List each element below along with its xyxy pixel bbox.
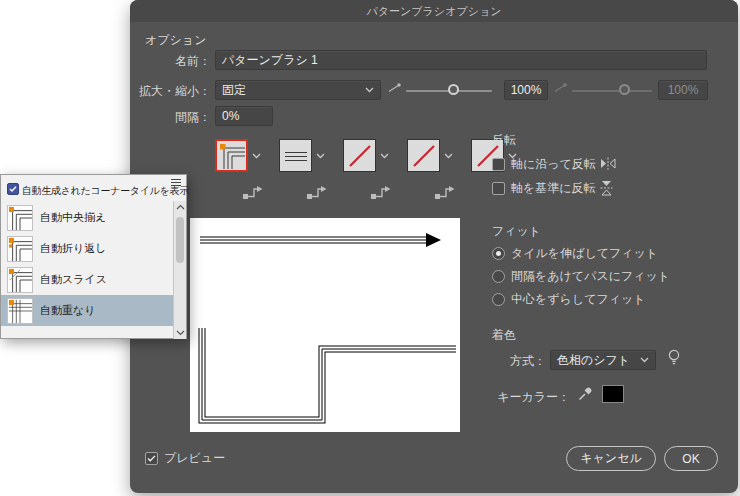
- spacing-input[interactable]: 0%: [215, 106, 273, 126]
- auto-between-tile-icon: [7, 236, 33, 262]
- pattern-brush-options-dialog: パターンブラシオプション オプション 名前： パターンブラシ 1 拡大・縮小： …: [130, 0, 738, 493]
- flip-across-checkbox[interactable]: [492, 182, 505, 195]
- scale-value-field[interactable]: 100%: [504, 80, 548, 100]
- start-tile-button[interactable]: [407, 139, 440, 172]
- scale-slider-secondary-track: [572, 90, 652, 92]
- dialog-title: パターンブラシオプション: [367, 4, 502, 19]
- fit-add-spacing-label: 間隔をあけてパスにフィット: [511, 270, 670, 283]
- scale-slider-handle[interactable]: [448, 84, 459, 95]
- menu-item-label: 自動中央揃え: [40, 210, 106, 225]
- brush-preview-drawing: [190, 218, 460, 432]
- ok-button[interactable]: OK: [664, 446, 718, 471]
- check-icon: [9, 186, 17, 192]
- method-select[interactable]: 色相のシフト: [550, 350, 656, 370]
- corner-tile-icon: [219, 143, 245, 169]
- cancel-button[interactable]: キャンセル: [566, 446, 656, 471]
- menu-item-auto-overlap[interactable]: 自動重なり: [1, 295, 174, 326]
- fit-add-spacing-radio[interactable]: [492, 270, 505, 283]
- method-label: 方式：: [470, 354, 546, 368]
- check-icon: [147, 455, 156, 462]
- outer-corner-tile-button[interactable]: [215, 139, 248, 172]
- side-tile-chevron-icon[interactable]: [316, 153, 325, 159]
- scale-value-secondary: 100%: [668, 83, 699, 97]
- preview-label: プレビュー: [164, 452, 225, 465]
- fit-section-label: フィット: [492, 224, 541, 238]
- inner-corner-tile-button[interactable]: [343, 139, 376, 172]
- menu-item-label: 自動重なり: [40, 303, 96, 318]
- preview-checkbox[interactable]: [145, 452, 158, 465]
- inner-corner-tile-chevron-icon[interactable]: [380, 153, 389, 159]
- colorize-tips-bulb-icon[interactable]: [668, 349, 680, 366]
- options-section-label: オプション: [145, 33, 206, 47]
- tile-path-position-icon-3: [370, 184, 392, 200]
- method-value: 色相のシフト: [557, 352, 630, 369]
- scrollbar-thumb[interactable]: [176, 217, 184, 263]
- key-color-label: キーカラー：: [470, 390, 570, 404]
- auto-centered-tile-icon: [7, 205, 33, 231]
- scroll-down-icon[interactable]: [176, 330, 185, 336]
- menu-item-auto-sliced[interactable]: 自動スライス: [1, 264, 174, 295]
- side-tile-button[interactable]: [279, 139, 312, 172]
- fit-approximate-label: 中心をずらしてフィット: [511, 293, 646, 306]
- scale-slider-min-icon: [388, 83, 401, 93]
- chevron-down-icon: [640, 357, 649, 363]
- flip-across-label: 軸を基準に反転: [511, 182, 596, 195]
- menu-item-auto-centered[interactable]: 自動中央揃え: [1, 202, 174, 233]
- scale-label: 拡大・縮小：: [130, 84, 211, 98]
- none-tile-icon: [411, 143, 437, 169]
- menu-item-label: 自動折り返し: [40, 241, 107, 256]
- colorize-section-label: 着色: [492, 328, 516, 342]
- spacing-value: 0%: [222, 109, 239, 123]
- cancel-label: キャンセル: [580, 450, 641, 467]
- flip-along-icon: [600, 157, 616, 170]
- side-tile-icon: [283, 143, 309, 169]
- eyedropper-icon[interactable]: [578, 387, 592, 401]
- menu-scrollbar[interactable]: [173, 201, 186, 339]
- flip-along-label: 軸に沿って反転: [511, 158, 596, 171]
- flip-section-label: 反転: [492, 133, 516, 147]
- name-input[interactable]: パターンブラシ 1: [215, 50, 707, 70]
- fit-stretch-label: タイルを伸ばしてフィット: [511, 247, 658, 260]
- fit-approximate-radio[interactable]: [492, 293, 505, 306]
- scale-mode-value: 固定: [222, 82, 246, 99]
- scale-mode-select[interactable]: 固定: [215, 80, 381, 100]
- start-tile-chevron-icon[interactable]: [444, 153, 453, 159]
- name-label: 名前：: [130, 54, 211, 68]
- outer-corner-tile-chevron-icon[interactable]: [252, 153, 261, 159]
- chevron-down-icon: [365, 87, 374, 93]
- key-color-swatch[interactable]: [602, 385, 624, 403]
- scale-slider-secondary-handle: [619, 84, 630, 95]
- none-tile-icon: [347, 143, 373, 169]
- auto-overlap-tile-icon: [7, 298, 33, 324]
- brush-preview-area: [190, 218, 460, 432]
- menu-item-auto-between[interactable]: 自動折り返し: [1, 233, 174, 264]
- flip-across-icon: [600, 180, 613, 196]
- flip-along-checkbox[interactable]: [492, 158, 505, 171]
- corner-tile-dropdown-menu: 自動生成されたコーナータイルを表示 自動中央揃え 自動折り返し 自動スライス 自…: [0, 174, 187, 339]
- show-corner-tiles-checkbox[interactable]: [7, 183, 19, 195]
- scale-slider-secondary-min-icon: [554, 83, 567, 93]
- show-corner-tiles-label: 自動生成されたコーナータイルを表示: [22, 184, 189, 198]
- tile-path-position-icon-4: [434, 184, 456, 200]
- menu-item-label: 自動スライス: [40, 272, 107, 287]
- tile-path-position-icon-1: [242, 184, 264, 200]
- fit-stretch-radio[interactable]: [492, 247, 505, 260]
- tile-path-position-icon-2: [306, 184, 328, 200]
- scale-value-secondary-field: 100%: [658, 80, 708, 100]
- scroll-up-icon[interactable]: [176, 204, 185, 210]
- auto-sliced-tile-icon: [7, 267, 33, 293]
- scale-value: 100%: [511, 83, 542, 97]
- dialog-titlebar[interactable]: パターンブラシオプション: [130, 0, 738, 22]
- ok-label: OK: [682, 452, 699, 466]
- name-value: パターンブラシ 1: [222, 52, 318, 69]
- spacing-label: 間隔：: [130, 110, 211, 124]
